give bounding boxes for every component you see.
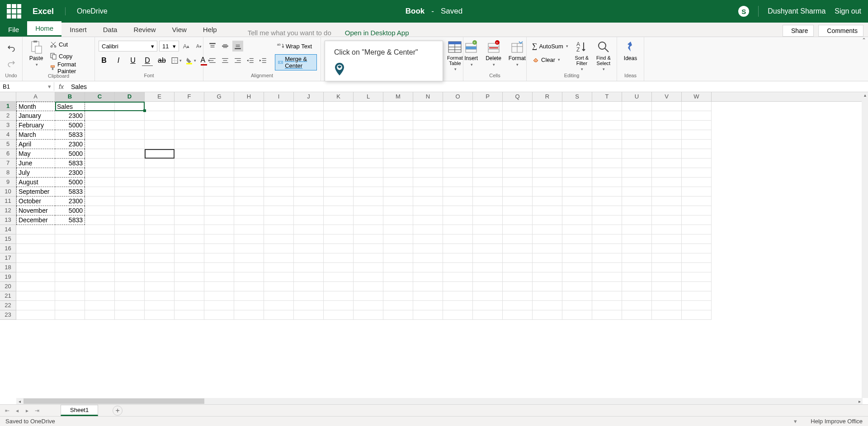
cell-M8[interactable] [383, 168, 413, 178]
cell-N23[interactable] [413, 310, 443, 320]
cell-U2[interactable] [622, 111, 652, 121]
cell-K2[interactable] [324, 111, 354, 121]
comments-button[interactable]: Comments [818, 25, 863, 37]
cell-I2[interactable] [264, 111, 294, 121]
cell-H8[interactable] [234, 168, 264, 178]
cell-N7[interactable] [413, 159, 443, 168]
cell-B18[interactable] [55, 263, 85, 272]
col-header-R[interactable]: R [533, 92, 562, 101]
cell-O15[interactable] [443, 234, 473, 244]
cell-J21[interactable] [294, 291, 324, 301]
vertical-scrollbar[interactable]: ▴ [862, 93, 868, 398]
cell-B7[interactable]: 5833 [55, 159, 85, 168]
cell-W20[interactable] [682, 282, 712, 291]
cell-K22[interactable] [324, 301, 354, 310]
strikethrough-button[interactable]: ab [156, 55, 167, 66]
col-header-L[interactable]: L [354, 92, 383, 101]
cell-H23[interactable] [234, 310, 264, 320]
cell-I1[interactable] [264, 102, 294, 111]
cell-I3[interactable] [264, 121, 294, 130]
cell-B21[interactable] [55, 291, 85, 301]
cell-Q12[interactable] [503, 206, 533, 215]
cell-P7[interactable] [473, 159, 503, 168]
cell-E5[interactable] [145, 140, 175, 149]
cell-T6[interactable] [592, 149, 622, 159]
cell-M17[interactable] [383, 253, 413, 263]
app-name[interactable]: Excel [33, 7, 54, 16]
col-header-N[interactable]: N [413, 92, 443, 101]
cell-P2[interactable] [473, 111, 503, 121]
tab-help[interactable]: Help [195, 23, 225, 37]
cell-W17[interactable] [682, 253, 712, 263]
cell-L11[interactable] [354, 197, 383, 206]
cell-C4[interactable] [85, 130, 115, 140]
cell-J2[interactable] [294, 111, 324, 121]
undo-button[interactable] [6, 43, 17, 54]
cell-C23[interactable] [85, 310, 115, 320]
tab-data[interactable]: Data [95, 23, 126, 37]
cell-I6[interactable] [264, 149, 294, 159]
cell-L4[interactable] [354, 130, 383, 140]
cell-U14[interactable] [622, 225, 652, 234]
cell-G16[interactable] [204, 244, 234, 253]
cell-G22[interactable] [204, 301, 234, 310]
cell-U21[interactable] [622, 291, 652, 301]
cell-N6[interactable] [413, 149, 443, 159]
cell-P17[interactable] [473, 253, 503, 263]
cell-Q20[interactable] [503, 282, 533, 291]
cell-O17[interactable] [443, 253, 473, 263]
cell-K13[interactable] [324, 215, 354, 225]
cell-O4[interactable] [443, 130, 473, 140]
cell-J11[interactable] [294, 197, 324, 206]
cell-J9[interactable] [294, 178, 324, 187]
cell-N1[interactable] [413, 102, 443, 111]
cell-W9[interactable] [682, 178, 712, 187]
wrap-text-button[interactable]: abWrap Text [275, 41, 317, 51]
cell-T1[interactable] [592, 102, 622, 111]
cell-B12[interactable]: 5000 [55, 206, 85, 215]
cell-L8[interactable] [354, 168, 383, 178]
cell-F9[interactable] [175, 178, 204, 187]
clear-button[interactable]: Clear [530, 54, 570, 65]
cell-W3[interactable] [682, 121, 712, 130]
cell-G6[interactable] [204, 149, 234, 159]
cell-R12[interactable] [533, 206, 562, 215]
cell-J4[interactable] [294, 130, 324, 140]
cell-B13[interactable]: 5833 [55, 215, 85, 225]
row-header-3[interactable]: 3 [0, 121, 16, 130]
cell-A4[interactable]: March [16, 130, 55, 140]
cell-V6[interactable] [652, 149, 682, 159]
cell-T14[interactable] [592, 225, 622, 234]
cell-L16[interactable] [354, 244, 383, 253]
cell-S5[interactable] [562, 140, 592, 149]
cell-V7[interactable] [652, 159, 682, 168]
cell-T17[interactable] [592, 253, 622, 263]
cell-G11[interactable] [204, 197, 234, 206]
cell-A23[interactable] [16, 310, 55, 320]
cell-S7[interactable] [562, 159, 592, 168]
cell-J22[interactable] [294, 301, 324, 310]
cell-S2[interactable] [562, 111, 592, 121]
cell-A18[interactable] [16, 263, 55, 272]
fill-handle[interactable] [143, 109, 146, 112]
document-name[interactable]: Book [406, 7, 425, 16]
cell-V20[interactable] [652, 282, 682, 291]
cell-F18[interactable] [175, 263, 204, 272]
cell-O8[interactable] [443, 168, 473, 178]
cell-T20[interactable] [592, 282, 622, 291]
row-header-15[interactable]: 15 [0, 234, 16, 244]
cell-G14[interactable] [204, 225, 234, 234]
cell-K4[interactable] [324, 130, 354, 140]
font-name-dropdown[interactable]: Calibri▾ [99, 41, 157, 51]
cell-F21[interactable] [175, 291, 204, 301]
col-header-O[interactable]: O [443, 92, 473, 101]
cell-B8[interactable]: 2300 [55, 168, 85, 178]
cell-B3[interactable]: 5000 [55, 121, 85, 130]
row-header-23[interactable]: 23 [0, 310, 16, 320]
row-header-11[interactable]: 11 [0, 197, 16, 206]
cell-E4[interactable] [145, 130, 175, 140]
cell-L3[interactable] [354, 121, 383, 130]
cell-H19[interactable] [234, 272, 264, 282]
cell-P8[interactable] [473, 168, 503, 178]
cell-V21[interactable] [652, 291, 682, 301]
